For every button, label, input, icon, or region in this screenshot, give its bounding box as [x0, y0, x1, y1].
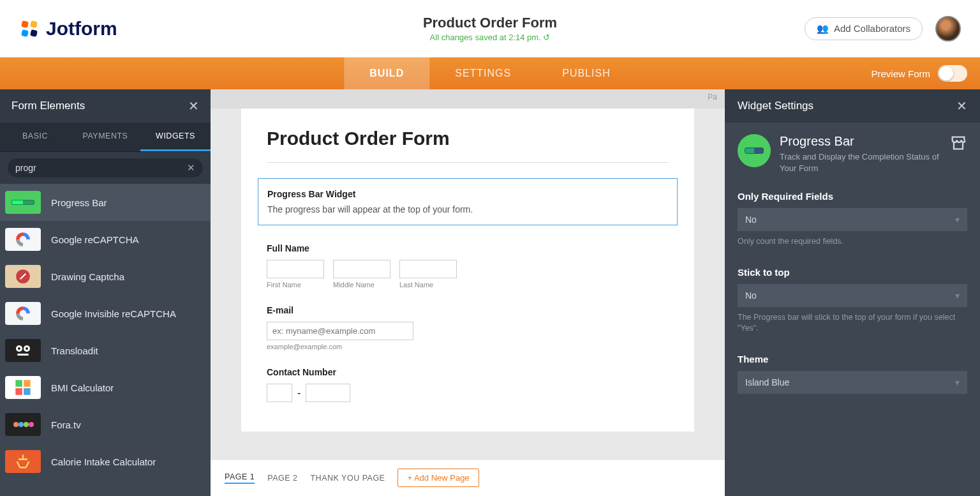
- svg-rect-10: [15, 380, 22, 387]
- last-name-input[interactable]: [399, 260, 457, 278]
- field-contact[interactable]: Contact Number -: [267, 367, 669, 402]
- only-required-label: Only Required Fields: [738, 191, 967, 202]
- svg-rect-3: [30, 29, 38, 37]
- email-input[interactable]: [267, 322, 413, 340]
- left-panel: Form Elements ✕ BASIC PAYMENTS WIDGETS ✕…: [0, 89, 211, 496]
- contact-area-input[interactable]: [267, 384, 292, 402]
- theme-label: Theme: [738, 354, 967, 364]
- left-panel-header: Form Elements ✕: [0, 89, 211, 123]
- transloadit-icon: [5, 339, 41, 362]
- theme-select[interactable]: Island Blue: [738, 371, 967, 394]
- right-panel: Widget Settings ✕ Progress Bar Track and…: [725, 89, 980, 496]
- calorie-icon: [5, 450, 41, 473]
- tab-publish[interactable]: PUBLISH: [537, 57, 635, 89]
- progress-bar-widget-icon: [738, 134, 771, 167]
- fullname-label: Full Name: [267, 243, 669, 253]
- save-status: All changes saved at 2:14 pm. ↺: [423, 33, 557, 42]
- people-icon: 👥: [817, 23, 829, 34]
- right-panel-header: Widget Settings ✕: [725, 89, 980, 123]
- topbar-right: 👥 Add Collaborators: [805, 16, 961, 41]
- lp-tab-widgets[interactable]: WIDGETS: [140, 123, 211, 151]
- add-collaborators-button[interactable]: 👥 Add Collaborators: [805, 17, 923, 40]
- svg-point-8: [26, 347, 28, 350]
- widget-search-input[interactable]: [15, 163, 187, 173]
- right-panel-title: Widget Settings: [738, 100, 813, 112]
- contact-number-input[interactable]: [306, 384, 350, 402]
- field-fullname[interactable]: Full Name First Name Middle Name Last: [267, 243, 669, 289]
- canvas-area: Pa Product Order Form Progress Bar Widge…: [211, 89, 725, 496]
- widget-item-recaptcha[interactable]: Google reCAPTCHA: [0, 221, 211, 258]
- tab-build[interactable]: BUILD: [344, 57, 429, 89]
- field-email[interactable]: E-mail example@example.com: [267, 305, 669, 350]
- form-title[interactable]: Product Order Form: [267, 128, 669, 163]
- widget-item-progress-bar[interactable]: Progress Bar: [0, 184, 211, 221]
- close-icon[interactable]: ✕: [956, 98, 967, 114]
- lp-tab-basic[interactable]: BASIC: [0, 123, 70, 151]
- page-tab-1[interactable]: PAGE 1: [225, 472, 255, 484]
- svg-rect-12: [15, 388, 22, 395]
- logo-area[interactable]: Jotform: [19, 18, 117, 40]
- widget-header: Progress Bar Track and Display the Compl…: [725, 123, 980, 186]
- preview-toggle[interactable]: [938, 65, 967, 82]
- left-panel-tabs: BASIC PAYMENTS WIDGETS: [0, 123, 211, 152]
- lp-tab-payments[interactable]: PAYMENTS: [70, 123, 140, 151]
- contact-label: Contact Number: [267, 367, 669, 377]
- canvas-corner-hint: Pa: [211, 89, 725, 109]
- progress-bar-widget-block[interactable]: Progress Bar Widget The progress bar wil…: [258, 178, 678, 225]
- preview-label: Preview Form: [871, 68, 930, 79]
- svg-rect-9: [17, 354, 29, 356]
- middle-name-input[interactable]: [333, 260, 390, 278]
- widget-name: Google reCAPTCHA: [51, 234, 139, 245]
- left-panel-title: Form Elements: [11, 100, 85, 112]
- widget-name: Drawing Captcha: [51, 271, 124, 282]
- canvas-body[interactable]: Product Order Form Progress Bar Widget T…: [211, 109, 725, 459]
- form-card: Product Order Form Progress Bar Widget T…: [241, 109, 694, 432]
- widget-name-label: Progress Bar: [780, 134, 940, 149]
- field-theme: Theme Island Blue: [738, 354, 967, 394]
- stick-top-hint: The Progress bar will stick to the top o…: [738, 312, 967, 334]
- bmi-icon: [5, 376, 41, 399]
- user-avatar[interactable]: [935, 16, 961, 41]
- page-tab-2[interactable]: PAGE 2: [267, 474, 297, 483]
- title-center: Product Order Form All changes saved at …: [423, 15, 557, 42]
- jotform-logo-icon: [19, 19, 40, 39]
- svg-point-17: [29, 422, 34, 427]
- name-inputs: First Name Middle Name Last Name: [267, 260, 669, 289]
- email-label: E-mail: [267, 305, 669, 315]
- widget-block-title: Progress Bar Widget: [267, 189, 668, 199]
- svg-point-15: [19, 422, 24, 427]
- close-icon[interactable]: ✕: [188, 98, 199, 114]
- only-required-select[interactable]: No: [738, 208, 967, 231]
- search-wrap: ✕: [8, 158, 203, 177]
- clear-search-icon[interactable]: ✕: [187, 162, 195, 174]
- widget-name: Google Invisible reCAPTCHA: [51, 308, 176, 319]
- widget-name: BMI Calculator: [51, 382, 114, 393]
- stick-top-label: Stick to top: [738, 267, 967, 278]
- first-name-input[interactable]: [267, 260, 324, 278]
- widget-item-drawing-captcha[interactable]: Drawing Captcha: [0, 258, 211, 295]
- preview-area: Preview Form: [871, 65, 980, 82]
- widget-name: Fora.tv: [51, 419, 81, 430]
- middle-name-sublabel: Middle Name: [333, 281, 390, 289]
- page-tabs: PAGE 1 PAGE 2 THANK YOU PAGE + Add New P…: [211, 459, 725, 496]
- nav-tabs: BUILD SETTINGS PUBLISH: [344, 57, 635, 89]
- page-tab-thankyou[interactable]: THANK YOU PAGE: [310, 474, 385, 483]
- invisible-recaptcha-icon: [5, 302, 41, 325]
- svg-rect-11: [24, 380, 30, 387]
- stick-top-select[interactable]: No: [738, 284, 967, 307]
- add-page-button[interactable]: + Add New Page: [397, 469, 479, 487]
- widget-item-calorie[interactable]: Calorie Intake Calculator: [0, 443, 211, 480]
- widget-item-fora[interactable]: Fora.tv: [0, 406, 211, 443]
- tab-settings[interactable]: SETTINGS: [429, 57, 537, 89]
- widget-item-transloadit[interactable]: Transloadit: [0, 332, 211, 369]
- collab-label: Add Collaborators: [834, 23, 910, 34]
- logo-text: Jotform: [46, 18, 117, 40]
- last-name-sublabel: Last Name: [399, 281, 457, 289]
- form-title-header: Product Order Form: [423, 15, 557, 31]
- widget-item-bmi[interactable]: BMI Calculator: [0, 369, 211, 406]
- widget-name: Progress Bar: [51, 197, 107, 208]
- widget-marketplace-icon[interactable]: [949, 134, 967, 152]
- widget-item-invisible-recaptcha[interactable]: Google Invisible reCAPTCHA: [0, 295, 211, 332]
- field-only-required: Only Required Fields No Only count the r…: [738, 191, 967, 248]
- widget-desc: Track and Display the Completion Status …: [780, 151, 940, 174]
